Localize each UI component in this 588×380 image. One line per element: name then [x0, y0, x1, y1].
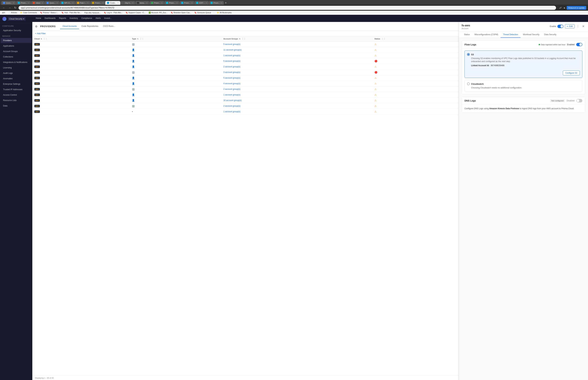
- tab-close-10[interactable]: ✕: [146, 2, 148, 4]
- tab-8[interactable]: Custo... ✕: [105, 1, 120, 5]
- nav-reports[interactable]: Reports: [59, 15, 66, 22]
- tab-5[interactable]: NPI: E... ✕: [60, 1, 75, 5]
- table-row[interactable]: aws 👤 4 account group(s) ⚠: [32, 81, 459, 86]
- account-group-link[interactable]: 1 account group(s): [223, 110, 240, 113]
- tab-close-8[interactable]: ✕: [117, 2, 119, 4]
- nav-investigate[interactable]: Investi...: [104, 15, 112, 22]
- bookmark-api[interactable]: API: [1, 11, 6, 14]
- tab-1[interactable]: Queu... ✕: [1, 1, 16, 5]
- cloudwatch-option-card[interactable]: Cloudwatch Choosing Cloudwatch needs no …: [464, 80, 582, 92]
- groups-col-settings-icon[interactable]: ⋮⋮: [242, 38, 246, 40]
- tab-close-2[interactable]: ✕: [28, 2, 29, 4]
- tab-10[interactable]: terra... ✕: [135, 1, 149, 5]
- bookmark-prisma-status[interactable]: 🔖 Prisma * Status /...: [39, 11, 59, 14]
- nav-dashboards[interactable]: Dashboards: [45, 15, 56, 22]
- bookmark-pan[interactable]: Palo Alto Network...: [84, 11, 101, 14]
- tab-14[interactable]: 0297... ✕: [194, 1, 209, 5]
- tab-15[interactable]: Prism... ✕: [209, 1, 224, 5]
- sidebar-item-data[interactable]: Data: [1, 103, 32, 108]
- tab-data-security[interactable]: Data Security: [542, 32, 559, 38]
- add-filter-button[interactable]: + Add Filter: [35, 32, 46, 35]
- account-group-link[interactable]: 5 account group(s): [223, 77, 240, 79]
- sidebar-item-integrations[interactable]: Integrations & Notifications: [1, 60, 32, 65]
- forward-button[interactable]: →: [7, 6, 12, 10]
- dns-logs-toggle[interactable]: [576, 99, 582, 102]
- tab-threat-detection[interactable]: Threat Detection: [501, 32, 520, 38]
- nav-alerts[interactable]: Alerts: [96, 15, 101, 22]
- tab-close-3[interactable]: ✕: [42, 2, 43, 4]
- sidebar-item-trusted-ip[interactable]: Trusted IP Addresses: [1, 87, 32, 92]
- tab-close-13[interactable]: ✕: [191, 2, 193, 4]
- table-row[interactable]: aws 👤 10 account group(s) ⚠: [32, 98, 459, 103]
- bookmark-support[interactable]: 🔖 Support Cases - C...: [125, 11, 146, 14]
- sidebar-item-resource-lists[interactable]: Resource Lists: [1, 98, 32, 103]
- kebab-menu-button[interactable]: ⋮: [576, 24, 580, 29]
- tab-4[interactable]: Ques... ✕: [45, 1, 59, 5]
- table-row[interactable]: aws 🏢 2 account group(s) ⚠: [32, 103, 459, 109]
- table-row[interactable]: aws • 1 account group(s) ⚠: [32, 109, 459, 114]
- account-group-link[interactable]: 10 account group(s): [223, 99, 242, 102]
- extensions-icon[interactable]: ☍: [559, 6, 562, 10]
- s3-radio-selected[interactable]: [467, 53, 470, 56]
- bookmark-geneysis[interactable]: 🔖 Geneysis Queue: [194, 11, 212, 14]
- type-col-settings-icon[interactable]: ⋮⋮: [140, 38, 144, 40]
- tab-misconfigurations[interactable]: Misconfigurations (CSPM): [472, 32, 501, 38]
- sidebar-item-account-groups[interactable]: Account Groups: [1, 49, 32, 54]
- tab-2[interactable]: Prism... ✕: [16, 1, 31, 5]
- sidebar-item-providers[interactable]: Providers: [1, 38, 32, 43]
- table-row[interactable]: aws 👤 5 account group(s) 🔴: [32, 58, 459, 64]
- sidebar-item-licensing[interactable]: Licensing: [1, 65, 32, 70]
- account-group-link[interactable]: 1 account group(s): [223, 54, 240, 57]
- enable-toggle[interactable]: [557, 25, 564, 28]
- account-group-link[interactable]: 5 account group(s): [223, 60, 240, 62]
- table-row[interactable]: aws 👤 11 account group(s) ⚠: [32, 47, 459, 53]
- configure-s3-button[interactable]: Configure S3: [563, 71, 580, 75]
- tab-11[interactable]: Prism... ✕: [149, 1, 164, 5]
- nav-inventory[interactable]: Inventory: [70, 15, 78, 22]
- relaunch-button[interactable]: Relaunch to update: [567, 6, 586, 10]
- reload-button[interactable]: ↻: [13, 6, 17, 10]
- account-group-link[interactable]: 4 account group(s): [223, 82, 240, 85]
- url-input[interactable]: [19, 6, 556, 10]
- cloud-sort-icon[interactable]: ⇅: [41, 38, 42, 40]
- bookmark-brandon[interactable]: 🔖 Brandon Open Cas...: [170, 11, 192, 14]
- profile-icon[interactable]: ●: [563, 6, 566, 10]
- new-tab-button[interactable]: +: [224, 1, 228, 5]
- tab-close-6[interactable]: ✕: [87, 2, 89, 4]
- tab-close-15[interactable]: ✕: [221, 2, 222, 4]
- tab-code-repos[interactable]: Code Repositories: [79, 24, 101, 29]
- groups-sort-icon[interactable]: ⇅: [239, 38, 240, 40]
- tab-cloud-accounts[interactable]: Cloud Accounts: [60, 24, 79, 29]
- account-group-link[interactable]: 11 account group(s): [223, 49, 242, 51]
- type-sort-icon[interactable]: ⇅: [137, 38, 138, 40]
- bookmark-login[interactable]: 🔖 Log In - Palo Alto...: [103, 11, 123, 14]
- tab-close-5[interactable]: ✕: [72, 2, 74, 4]
- tab-13[interactable]: Prism... ✕: [179, 1, 194, 5]
- bookmark-articles[interactable]: 📄 Articles: [7, 11, 18, 14]
- cloudwatch-radio[interactable]: [467, 82, 470, 85]
- back-button[interactable]: ←: [2, 6, 6, 10]
- table-row[interactable]: aws 🏢 3 account group(s) 🔴: [32, 70, 459, 75]
- sidebar-item-applications[interactable]: Applications: [1, 43, 32, 48]
- account-group-link[interactable]: 2 account group(s): [223, 88, 240, 90]
- sidebar-item-access-control[interactable]: Access Control: [1, 92, 32, 97]
- tab-close-1[interactable]: ✕: [13, 2, 14, 4]
- account-group-link[interactable]: 5 account group(s): [223, 43, 240, 45]
- tab-close-12[interactable]: ✕: [176, 2, 178, 4]
- cloud-security-selector[interactable]: Cloud Security ▾: [8, 17, 25, 21]
- tab-cicd[interactable]: CICD Runs...: [101, 24, 117, 29]
- bookmark-account[interactable]: 🟩 Account: RO_Esc...: [148, 11, 168, 14]
- account-group-link[interactable]: 3 account group(s): [223, 71, 240, 74]
- tab-workload-security[interactable]: Workload Security: [520, 32, 542, 38]
- tab-close-7[interactable]: ✕: [102, 2, 103, 4]
- bookmark-case-comments[interactable]: 📁 Case Comments: [19, 11, 38, 14]
- table-row[interactable]: aws 🏢 5 account group(s) ⚠: [32, 41, 459, 47]
- tab-close-9[interactable]: ✕: [132, 2, 133, 4]
- status-col-settings-icon[interactable]: ⋮⋮: [381, 38, 385, 40]
- cloud-col-settings-icon[interactable]: ⋮⋮: [43, 38, 47, 40]
- flow-logs-toggle[interactable]: [576, 43, 582, 46]
- close-panel-button[interactable]: ✕: [581, 24, 585, 29]
- account-group-link[interactable]: 2 account group(s): [223, 105, 240, 107]
- sidebar-item-audit-logs[interactable]: Audit Logs: [1, 71, 32, 76]
- nav-compliance[interactable]: Compliance: [81, 15, 92, 22]
